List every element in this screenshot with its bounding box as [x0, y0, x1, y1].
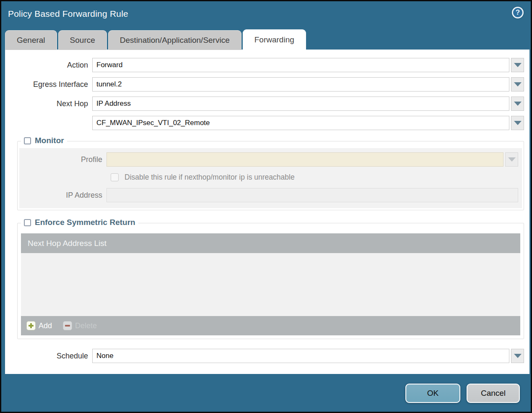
- schedule-dropdown-button[interactable]: [511, 349, 524, 363]
- policy-based-forwarding-dialog: Policy Based Forwarding Rule ? General S…: [0, 0, 532, 413]
- disable-rule-checkbox: [111, 173, 119, 181]
- schedule-input[interactable]: [92, 349, 509, 363]
- delete-button: Delete: [63, 321, 97, 330]
- next-hop-type-dropdown-button[interactable]: [511, 97, 524, 111]
- next-hop-address-row: [5, 116, 524, 130]
- next-hop-type-input[interactable]: [92, 97, 509, 111]
- chevron-down-icon: [514, 102, 522, 106]
- action-dropdown-button[interactable]: [511, 58, 524, 72]
- next-hop-address-input[interactable]: [92, 116, 509, 130]
- next-hop-label: Next Hop: [5, 99, 92, 108]
- schedule-row: Schedule: [5, 349, 524, 363]
- tab-source[interactable]: Source: [58, 30, 107, 50]
- add-button-label: Add: [39, 322, 52, 330]
- egress-interface-input[interactable]: [92, 77, 509, 91]
- next-hop-address-dropdown-button[interactable]: [511, 116, 524, 130]
- next-hop-address-list-toolbar: Add Delete: [21, 316, 520, 335]
- monitor-legend: Monitor: [21, 136, 67, 145]
- next-hop-address-list-body[interactable]: [21, 253, 520, 316]
- delete-button-label: Delete: [75, 322, 97, 330]
- tab-general[interactable]: General: [5, 30, 57, 50]
- chevron-down-icon: [514, 121, 522, 125]
- disable-rule-row: Disable this rule if nexthop/monitor ip …: [111, 173, 518, 182]
- add-icon: [26, 321, 36, 330]
- chevron-down-icon: [514, 82, 522, 86]
- dialog-title: Policy Based Forwarding Rule: [8, 9, 128, 19]
- add-button[interactable]: Add: [26, 321, 52, 330]
- monitor-checkbox[interactable]: [24, 137, 31, 144]
- ok-button[interactable]: OK: [405, 384, 460, 403]
- action-row: Action: [5, 58, 524, 72]
- profile-input: [106, 152, 503, 167]
- enforce-symmetric-return-legend-label: Enforce Symmetric Return: [35, 218, 135, 227]
- tab-destination-application-service[interactable]: Destination/Application/Service: [108, 30, 241, 50]
- profile-label: Profile: [19, 155, 106, 164]
- profile-row: Profile: [19, 152, 518, 167]
- next-hop-address-list-header: Next Hop Address List: [21, 233, 520, 253]
- monitor-ip-address-input: [106, 188, 518, 202]
- enforce-symmetric-return-section: Enforce Symmetric Return Next Hop Addres…: [17, 223, 524, 339]
- tab-content-forwarding: Action Egress Interface Next Hop: [5, 50, 529, 374]
- egress-interface-label: Egress Interface: [5, 80, 92, 89]
- tab-forwarding[interactable]: Forwarding: [243, 29, 306, 50]
- egress-interface-dropdown-button[interactable]: [511, 77, 524, 91]
- schedule-label: Schedule: [5, 352, 92, 361]
- cancel-button[interactable]: Cancel: [467, 384, 520, 403]
- dialog-titlebar: Policy Based Forwarding Rule: [1, 1, 531, 26]
- chevron-down-icon: [514, 354, 522, 358]
- help-icon[interactable]: ?: [512, 7, 524, 18]
- monitor-panel: Profile Disable this rule if nexthop/mon…: [19, 148, 522, 208]
- delete-icon: [63, 321, 72, 330]
- enforce-symmetric-return-legend: Enforce Symmetric Return: [21, 218, 138, 227]
- chevron-down-icon: [514, 63, 522, 67]
- monitor-section: Monitor Profile Disable this rule: [17, 141, 524, 210]
- chevron-down-icon: [508, 157, 516, 162]
- egress-interface-row: Egress Interface: [5, 77, 524, 91]
- disable-rule-label: Disable this rule if nexthop/monitor ip …: [125, 173, 295, 182]
- monitor-ip-address-label: IP Address: [19, 191, 106, 200]
- next-hop-address-list-table: Next Hop Address List Add Delete: [21, 233, 520, 335]
- enforce-symmetric-return-checkbox[interactable]: [24, 219, 31, 226]
- tab-bar: General Source Destination/Application/S…: [5, 29, 306, 50]
- monitor-legend-label: Monitor: [35, 136, 64, 145]
- next-hop-row: Next Hop: [5, 97, 524, 111]
- profile-dropdown-button: [505, 152, 518, 167]
- monitor-ip-address-row: IP Address: [19, 188, 518, 202]
- action-input[interactable]: [92, 58, 509, 72]
- action-label: Action: [5, 61, 92, 70]
